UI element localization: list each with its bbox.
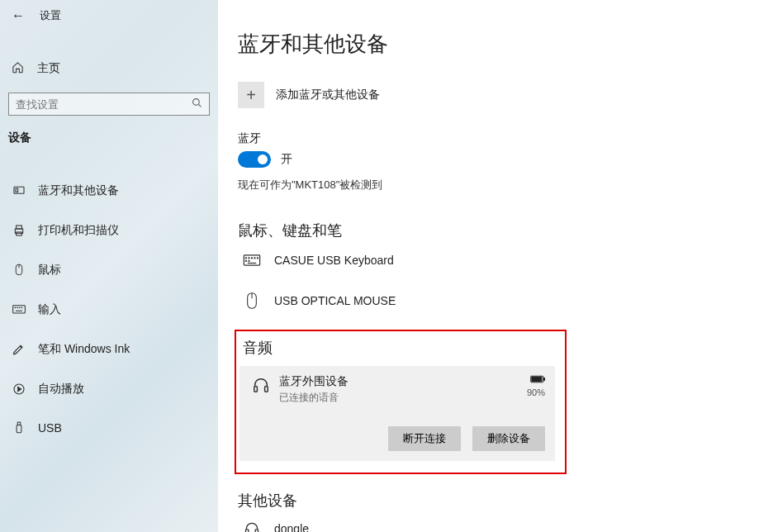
sidebar-item-printers[interactable]: 打印机和扫描仪 (0, 215, 218, 246)
section-mouse-keyboard: 鼠标、键盘和笔 (238, 221, 773, 240)
svg-rect-16 (17, 422, 20, 425)
sidebar-label: 蓝牙和其他设备 (38, 183, 119, 198)
sidebar-item-input[interactable]: 输入 (0, 294, 218, 325)
page-title: 蓝牙和其他设备 (238, 30, 773, 59)
svg-rect-28 (254, 387, 258, 392)
autoplay-icon (12, 382, 26, 396)
pen-icon (12, 343, 26, 356)
svg-rect-15 (17, 425, 21, 433)
main-content: 蓝牙和其他设备 + 添加蓝牙或其他设备 蓝牙 开 现在可作为"MKT108"被检… (218, 0, 773, 532)
usb-icon (12, 421, 26, 435)
printer-icon (12, 224, 26, 237)
disconnect-button[interactable]: 断开连接 (388, 426, 461, 451)
add-device-button[interactable]: + (238, 82, 264, 108)
battery-percent: 90% (527, 387, 545, 397)
add-device-row[interactable]: + 添加蓝牙或其他设备 (238, 82, 773, 108)
svg-rect-29 (265, 387, 268, 392)
svg-point-24 (249, 260, 249, 261)
svg-point-12 (21, 307, 22, 308)
sidebar-item-mouse[interactable]: 鼠标 (0, 254, 218, 286)
svg-point-9 (15, 307, 16, 308)
bluetooth-toggle[interactable] (238, 151, 271, 168)
highlight-annotation: 音频 蓝牙外围设备 已连接的语音 90% 断开连接 删除 (235, 330, 567, 474)
headphones-icon (249, 374, 273, 394)
audio-device-card[interactable]: 蓝牙外围设备 已连接的语音 90% 断开连接 删除设备 (239, 366, 555, 461)
sidebar-label: USB (38, 421, 62, 435)
svg-rect-8 (13, 306, 26, 313)
device-row-other[interactable]: dongle (238, 517, 773, 532)
svg-point-22 (257, 258, 258, 259)
discoverable-text: 现在可作为"MKT108"被检测到 (238, 178, 773, 192)
svg-rect-5 (17, 232, 22, 235)
sidebar-label: 笔和 Windows Ink (38, 342, 130, 357)
sidebar-item-pen[interactable]: 笔和 Windows Ink (0, 334, 218, 365)
svg-point-11 (19, 307, 20, 308)
add-device-label: 添加蓝牙或其他设备 (276, 88, 380, 102)
keyboard-icon (12, 305, 26, 315)
search-icon (192, 97, 202, 111)
section-audio: 音频 (243, 338, 555, 358)
sidebar-item-bluetooth[interactable]: 蓝牙和其他设备 (0, 175, 218, 207)
svg-point-0 (193, 99, 200, 106)
device-name: USB OPTICAL MOUSE (274, 294, 396, 307)
toggle-state-label: 开 (281, 152, 292, 167)
device-row-mouse[interactable]: USB OPTICAL MOUSE (238, 287, 773, 315)
headset-icon (243, 520, 261, 532)
home-link[interactable]: 主页 (0, 53, 218, 84)
svg-point-23 (245, 260, 246, 261)
mouse-icon (12, 264, 26, 277)
bluetooth-label: 蓝牙 (238, 131, 773, 146)
sidebar-label: 输入 (38, 302, 61, 317)
remove-device-button[interactable]: 删除设备 (472, 426, 545, 451)
audio-device-status: 已连接的语音 (279, 391, 527, 405)
mouse-device-icon (243, 292, 261, 310)
search-input[interactable] (16, 98, 192, 111)
back-button[interactable]: ← (12, 8, 25, 23)
home-icon (12, 61, 24, 76)
sidebar-label: 自动播放 (38, 382, 84, 397)
device-name: CASUE USB Keyboard (274, 254, 394, 267)
svg-rect-31 (544, 378, 546, 381)
device-row-keyboard[interactable]: CASUE USB Keyboard (238, 249, 773, 272)
sidebar-label: 打印机和扫描仪 (38, 223, 119, 238)
home-label: 主页 (37, 61, 60, 76)
svg-rect-32 (532, 377, 542, 381)
section-label-devices: 设备 (0, 126, 218, 152)
svg-rect-2 (16, 188, 18, 192)
svg-point-21 (254, 258, 255, 259)
plus-icon: + (246, 86, 256, 105)
search-box[interactable] (8, 93, 210, 116)
other-device-name: dongle (274, 522, 309, 532)
svg-point-18 (245, 258, 246, 259)
section-other: 其他设备 (238, 491, 773, 511)
battery-icon (527, 374, 545, 386)
window-title: 设置 (40, 8, 61, 23)
sidebar-item-usb[interactable]: USB (0, 413, 218, 443)
svg-point-19 (249, 258, 249, 259)
audio-device-name: 蓝牙外围设备 (279, 374, 527, 389)
sidebar-item-autoplay[interactable]: 自动播放 (0, 373, 218, 405)
bluetooth-devices-icon (12, 184, 26, 197)
keyboard-device-icon (243, 254, 261, 266)
svg-rect-4 (17, 226, 22, 229)
sidebar-label: 鼠标 (38, 263, 61, 278)
svg-point-10 (17, 307, 18, 308)
sidebar: ← 设置 主页 设备 蓝牙和其他设备 打印机和扫描仪 (0, 0, 218, 532)
svg-point-20 (251, 258, 252, 259)
